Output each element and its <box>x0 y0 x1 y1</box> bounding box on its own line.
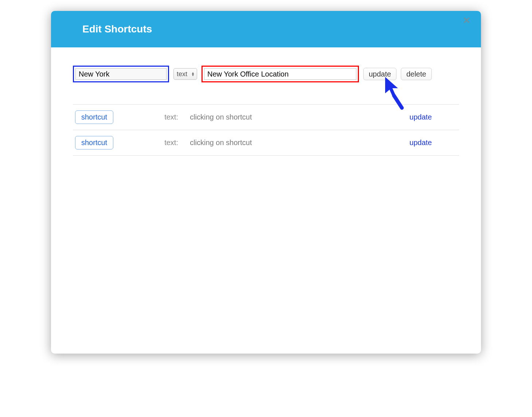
shortcut-content-input[interactable] <box>204 68 356 80</box>
modal-header: Edit Shortcuts × <box>51 11 481 47</box>
shortcut-editor-row: text ▲▼ update delete <box>73 66 459 82</box>
list-item: shortcut text: clicking on shortcut upda… <box>73 104 459 130</box>
edit-shortcuts-modal: Edit Shortcuts × text ▲▼ update delete <box>51 11 481 354</box>
modal-body: text ▲▼ update delete shortcut text: cli… <box>51 47 481 156</box>
delete-button[interactable]: delete <box>401 68 432 80</box>
shortcut-chip[interactable]: shortcut <box>75 110 113 124</box>
row-description: clicking on shortcut <box>190 139 402 147</box>
row-update-link[interactable]: update <box>410 139 432 147</box>
shortcut-type-select[interactable]: text ▲▼ <box>173 68 197 80</box>
row-type-label: text: <box>164 139 183 147</box>
modal-title: Edit Shortcuts <box>62 23 152 35</box>
select-arrows-icon: ▲▼ <box>191 72 195 76</box>
shortcut-chip[interactable]: shortcut <box>75 136 113 149</box>
row-type-label: text: <box>164 113 183 121</box>
row-update-link[interactable]: update <box>410 113 432 121</box>
shortcut-name-input[interactable] <box>75 68 167 80</box>
row-description: clicking on shortcut <box>190 113 402 121</box>
close-icon[interactable]: × <box>463 13 470 27</box>
list-item: shortcut text: clicking on shortcut upda… <box>73 130 459 156</box>
update-button[interactable]: update <box>363 68 396 80</box>
shortcut-list: shortcut text: clicking on shortcut upda… <box>73 104 459 156</box>
shortcut-name-highlight <box>73 66 169 82</box>
shortcut-content-highlight <box>202 66 359 82</box>
shortcut-type-label: text <box>177 70 187 78</box>
